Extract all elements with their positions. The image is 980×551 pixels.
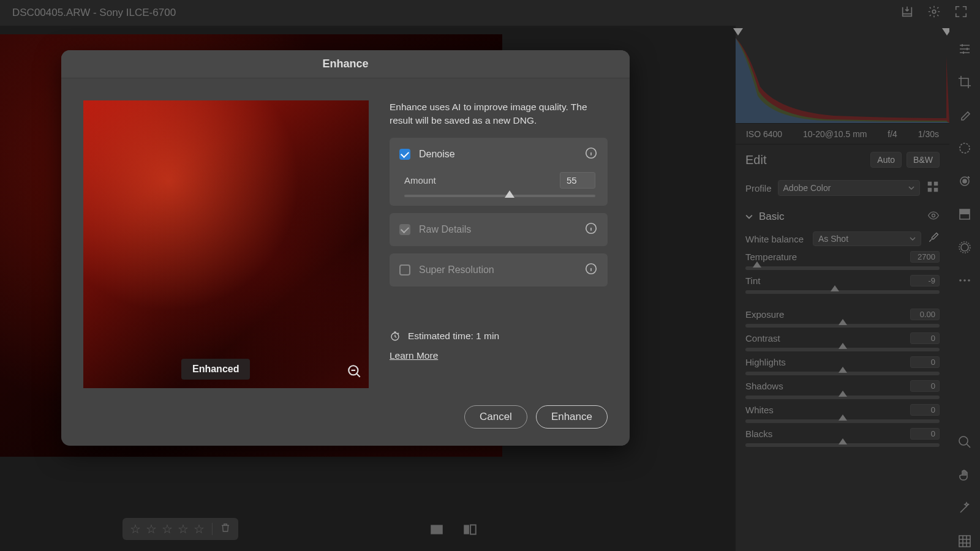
info-icon[interactable]: [584, 146, 598, 162]
amount-label: Amount: [404, 175, 436, 186]
amount-slider[interactable]: [404, 195, 595, 197]
dialog-title: Enhance: [61, 50, 630, 78]
super-resolution-label: Super Resolution: [419, 264, 494, 276]
preview-label: Enhanced: [181, 359, 250, 380]
info-icon[interactable]: [584, 262, 598, 278]
enhance-dialog: Enhance Enhanced Enhance uses AI to impr…: [61, 50, 630, 446]
denoise-label: Denoise: [419, 149, 455, 160]
amount-value[interactable]: 55: [560, 172, 595, 189]
dialog-description: Enhance uses AI to improve image quality…: [390, 100, 608, 127]
enhance-button[interactable]: Enhance: [536, 405, 608, 429]
super-resolution-option: Super Resolution: [390, 253, 608, 287]
raw-details-label: Raw Details: [419, 224, 471, 235]
super-resolution-checkbox[interactable]: [399, 264, 410, 276]
info-icon[interactable]: [584, 222, 598, 238]
raw-details-option: Raw Details: [390, 213, 608, 246]
estimated-time-text: Estimated time: 1 min: [408, 331, 499, 342]
zoom-out-icon[interactable]: [347, 364, 363, 382]
denoise-option: Denoise Amount 55: [390, 138, 608, 206]
raw-details-checkbox[interactable]: [399, 224, 410, 235]
cancel-button[interactable]: Cancel: [464, 405, 527, 429]
learn-more-link[interactable]: Learn More: [390, 350, 608, 361]
enhance-preview[interactable]: Enhanced: [83, 100, 369, 388]
stopwatch-icon: [390, 331, 401, 342]
estimated-time-row: Estimated time: 1 min: [390, 331, 608, 342]
denoise-checkbox[interactable]: [399, 149, 410, 160]
